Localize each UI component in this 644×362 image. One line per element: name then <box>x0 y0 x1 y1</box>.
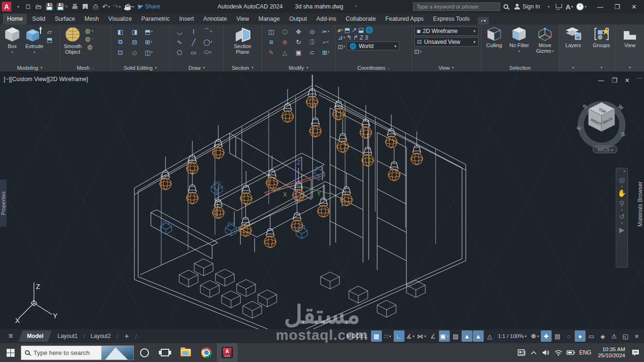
viewport-restore-icon[interactable]: ❐ <box>611 77 617 84</box>
panel-section-label[interactable]: Section▾ <box>225 64 260 72</box>
news-widget-icon[interactable] <box>516 343 527 362</box>
object-snap-tracking-icon[interactable]: ∠ <box>428 330 438 342</box>
copy-icon[interactable]: ⊙ <box>305 26 319 37</box>
line-icon[interactable]: ◡ <box>173 26 187 37</box>
union-icon[interactable]: ◧ <box>113 26 127 37</box>
graphics-performance-icon[interactable]: ⚠ <box>609 330 619 342</box>
scale-icon[interactable]: ⎅ <box>305 37 319 47</box>
move-gizmo-button[interactable]: MoveGizmo▾ <box>535 26 555 54</box>
intersect-icon[interactable]: ⬒▾ <box>141 26 156 37</box>
tab-home[interactable]: Home <box>3 14 27 25</box>
box-button[interactable]: Box▾ <box>2 26 22 55</box>
annotation-scale-button[interactable]: 1:1 / 100%▾ <box>495 330 529 342</box>
ucs-origin-icon[interactable]: ↗ <box>352 26 357 33</box>
help-icon[interactable]: 🕐▾ <box>575 1 587 12</box>
autodesk-icon[interactable]: A▾ <box>565 1 574 12</box>
notification-center-icon[interactable] <box>630 343 641 362</box>
section-plane-button[interactable]: SectionPlane <box>232 26 253 55</box>
extract-edges-icon[interactable]: ⊡ <box>113 47 127 58</box>
language-indicator[interactable]: ENG <box>577 349 593 356</box>
smooth-object-button[interactable]: SmoothObject <box>62 26 83 55</box>
arc-icon[interactable]: ⌒▾ <box>201 26 215 37</box>
tab-output[interactable]: Output <box>285 14 311 25</box>
clean-screen-icon[interactable]: ◱ <box>620 330 631 342</box>
new-layout-icon[interactable]: ＋ <box>118 331 135 341</box>
properties-palette-tab[interactable]: Properties <box>0 180 7 227</box>
annotation-monitor-icon[interactable]: ✚ <box>541 330 552 342</box>
undo-icon[interactable]: ↶▾ <box>101 1 111 12</box>
tab-layout1[interactable]: Layout1 <box>52 330 83 342</box>
polygon-icon[interactable]: ⬠ <box>173 47 187 58</box>
save-icon[interactable]: 💾 <box>44 1 54 12</box>
panel-groups-collapsed[interactable]: Groups ▾ <box>587 25 616 72</box>
workspace-switching-icon[interactable]: ☸▾ <box>529 330 540 342</box>
object-snap-icon[interactable]: ▣▾ <box>439 330 450 342</box>
ucs-previous-icon[interactable]: ↰ <box>347 34 352 41</box>
annotation-autoscale-icon[interactable]: ▲ <box>473 330 484 342</box>
smooth-less-icon[interactable]: ◍－ <box>85 35 94 42</box>
smooth-more-icon[interactable]: ◍＋ <box>85 27 94 34</box>
snap-toggle-icon[interactable]: ∷▾ <box>382 330 393 342</box>
tab-insert[interactable]: Insert <box>175 14 198 25</box>
ellipse-icon[interactable]: ⬭▾ <box>201 47 215 58</box>
app-store-icon[interactable] <box>554 1 564 12</box>
ucs-3point-icon[interactable]: 3 <box>365 34 368 41</box>
isolate-objects-icon[interactable]: ◌ <box>563 330 574 342</box>
taskbar-search-input[interactable]: Type here to search <box>21 346 134 360</box>
ucs-combobox[interactable]: 🌐World▾ <box>347 41 399 50</box>
slice-icon[interactable]: ⧉ <box>113 37 127 47</box>
task-view-button[interactable] <box>155 343 175 362</box>
presspull-icon[interactable]: ⬒ <box>47 36 52 43</box>
tab-collaborate[interactable]: Collaborate <box>341 14 380 25</box>
ucs-object-icon[interactable]: ⊿▾ <box>338 34 345 41</box>
viewport-close-icon[interactable]: ✕ <box>625 77 630 84</box>
xline-icon[interactable]: ╱ <box>187 37 201 47</box>
zoom-dropdown-icon[interactable]: ▾ <box>621 208 623 212</box>
move-icon[interactable]: ✥ <box>292 26 305 37</box>
isodraft-icon[interactable]: ⋈▾ <box>416 330 427 342</box>
help-search-input[interactable]: Type a keyword or phrase <box>413 2 500 11</box>
subtract-icon[interactable]: ◨ <box>127 26 141 37</box>
navigation-bar[interactable]: ✕ ◎ ▾ ✋ ⚲ ▾ ↺ ▾ ▶ <box>616 168 628 268</box>
sign-in-dropdown-icon[interactable]: ▾ <box>544 1 553 12</box>
tab-model[interactable]: Model <box>18 330 52 342</box>
tab-view[interactable]: View <box>232 14 253 25</box>
hardware-acceleration-icon[interactable]: ● <box>575 330 586 342</box>
fillet-icon[interactable]: ⌐▾ <box>319 37 333 47</box>
annotation-scale-flash-icon[interactable]: △ <box>484 330 495 342</box>
units-icon[interactable]: ▭ <box>586 330 597 342</box>
tab-mesh[interactable]: Mesh <box>80 14 103 25</box>
ortho-toggle-icon[interactable]: ∟ <box>394 330 405 342</box>
tab-manage[interactable]: Manage <box>254 14 284 25</box>
minimize-button[interactable]: — <box>592 1 608 12</box>
ucs-xaxis-icon[interactable]: ↱ <box>353 34 358 41</box>
circle-icon[interactable]: ◯▾ <box>201 37 215 47</box>
viewport-controls-label[interactable]: [−][Custom View][2D Wireframe] <box>4 76 88 82</box>
customization-icon[interactable]: ≡ <box>631 330 642 342</box>
spline-icon[interactable]: ∿ <box>173 37 187 47</box>
start-button[interactable] <box>0 343 21 362</box>
polar-tracking-icon[interactable]: ∡▾ <box>405 330 416 342</box>
grid-toggle-icon[interactable]: ▦ <box>371 330 382 342</box>
cortana-button[interactable] <box>134 343 155 362</box>
layout-menu-icon[interactable]: ≡ <box>3 332 18 340</box>
panel-view-label[interactable]: View▾ <box>413 64 479 72</box>
ribbon-options-icon[interactable]: ▪ ▾ <box>478 17 489 25</box>
ucs-icon[interactable]: ⸙▾ <box>338 26 343 33</box>
orbit-icon[interactable]: ↺ <box>619 213 625 221</box>
ucs-zaxis-icon[interactable]: Z <box>360 34 363 41</box>
erase-icon[interactable]: ✎ <box>264 47 278 58</box>
interfere-icon[interactable]: ⊟ <box>127 37 141 47</box>
polysolid-icon[interactable]: ▱ <box>47 28 52 35</box>
battery-icon[interactable] <box>565 343 576 362</box>
chrome-button[interactable] <box>196 343 217 362</box>
no-filter-button[interactable]: No Filter▾ <box>508 26 530 54</box>
tab-addins[interactable]: Add-ins <box>312 14 340 25</box>
wcs-menu-button[interactable]: WCS ▾ <box>593 146 618 153</box>
model-space-label[interactable]: MODEL <box>347 333 368 339</box>
rotate-icon[interactable]: ↻ <box>292 37 305 47</box>
quick-properties-icon[interactable]: ▤ <box>552 330 563 342</box>
annotation-visibility-icon[interactable]: ▲ <box>462 330 472 342</box>
tab-surface[interactable]: Surface <box>50 14 79 25</box>
restore-button[interactable]: ❐ <box>609 1 625 12</box>
